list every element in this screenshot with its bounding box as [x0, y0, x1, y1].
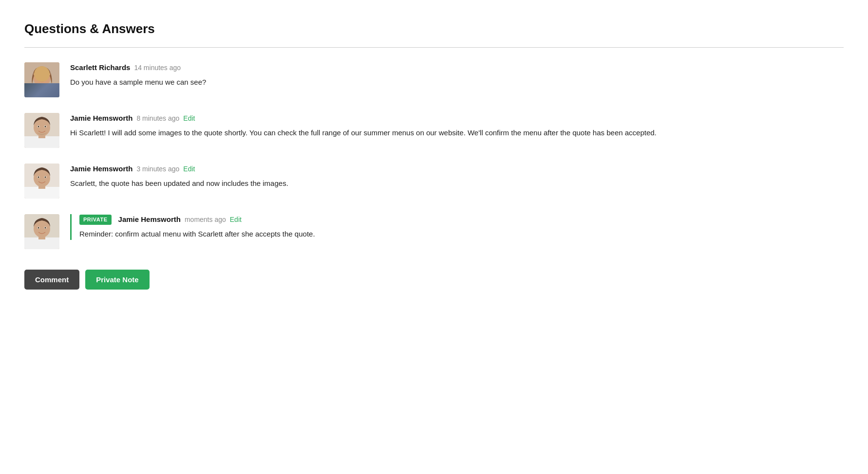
comment-meta: Jamie Hemsworth 8 minutes ago Edit: [70, 113, 844, 124]
comment-text: Scarlett, the quote has been updated and…: [70, 178, 844, 189]
svg-point-30: [38, 227, 39, 229]
svg-point-5: [44, 76, 47, 78]
timestamp: moments ago: [185, 215, 226, 225]
comment-body: Jamie Hemsworth 8 minutes ago Edit Hi Sc…: [70, 113, 844, 139]
svg-point-6: [38, 76, 39, 78]
svg-point-31: [45, 227, 46, 229]
author-name: Scarlett Richards: [70, 62, 130, 73]
comment-text: Reminder: confirm actual menu with Scarl…: [79, 228, 844, 240]
list-item: Jamie Hemsworth 8 minutes ago Edit Hi Sc…: [24, 113, 844, 148]
author-name: Jamie Hemsworth: [118, 214, 181, 225]
avatar: [24, 62, 59, 97]
svg-rect-0: [24, 62, 59, 97]
comment-body: Jamie Hemsworth 3 minutes ago Edit Scarl…: [70, 164, 844, 189]
timestamp: 14 minutes ago: [134, 63, 181, 73]
svg-point-3: [33, 67, 51, 87]
comment-meta: Scarlett Richards 14 minutes ago: [70, 62, 844, 73]
comment-meta: Jamie Hemsworth 3 minutes ago Edit: [70, 164, 844, 175]
comment-body: Scarlett Richards 14 minutes ago Do you …: [70, 62, 844, 88]
private-note-button[interactable]: Private Note: [85, 270, 150, 290]
edit-link[interactable]: Edit: [183, 164, 195, 174]
svg-point-14: [38, 126, 39, 128]
section-divider: [24, 47, 844, 48]
comment-meta: PRIVATE Jamie Hemsworth moments ago Edit: [79, 214, 844, 225]
private-comment-body: PRIVATE Jamie Hemsworth moments ago Edit…: [70, 214, 844, 240]
avatar: [24, 164, 59, 199]
private-badge: PRIVATE: [79, 215, 112, 225]
timestamp: 8 minutes ago: [136, 113, 179, 124]
svg-point-7: [45, 76, 46, 78]
author-name: Jamie Hemsworth: [70, 113, 132, 124]
edit-link[interactable]: Edit: [230, 215, 242, 225]
page-title: Questions & Answers: [24, 19, 844, 38]
svg-point-23: [45, 177, 46, 178]
list-item: Jamie Hemsworth 3 minutes ago Edit Scarl…: [24, 164, 844, 199]
svg-point-22: [38, 177, 39, 178]
comment-button[interactable]: Comment: [24, 270, 79, 290]
svg-point-15: [45, 126, 46, 128]
list-item-private: PRIVATE Jamie Hemsworth moments ago Edit…: [24, 214, 844, 249]
avatar: [24, 214, 59, 249]
avatar: [24, 113, 59, 148]
author-name: Jamie Hemsworth: [70, 164, 132, 175]
comment-text: Hi Scarlett! I will add some images to t…: [70, 127, 844, 139]
timestamp: 3 minutes ago: [136, 164, 179, 174]
qa-list: Scarlett Richards 14 minutes ago Do you …: [24, 62, 844, 265]
svg-rect-1: [24, 85, 59, 97]
comment-text: Do you have a sample menu we can see?: [70, 76, 844, 88]
list-item: Scarlett Richards 14 minutes ago Do you …: [24, 62, 844, 97]
button-row: Comment Private Note: [24, 270, 844, 290]
svg-point-4: [37, 76, 40, 78]
edit-link[interactable]: Edit: [183, 113, 195, 124]
